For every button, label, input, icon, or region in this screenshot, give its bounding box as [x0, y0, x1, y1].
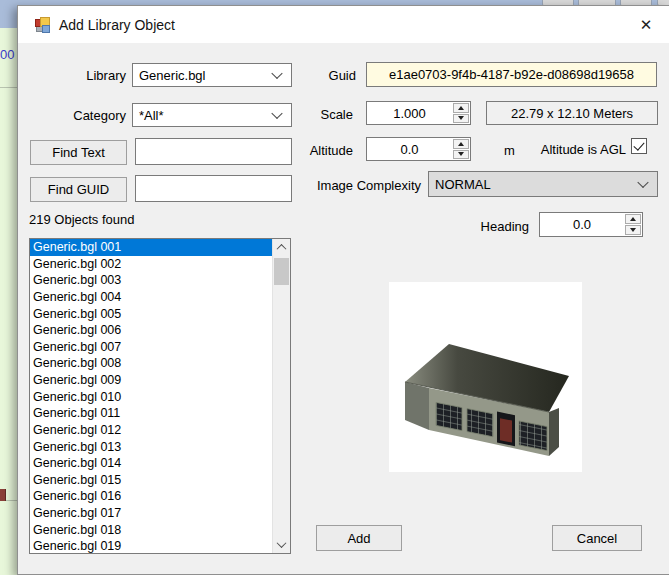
altitude-unit-label: m [504, 143, 515, 158]
chevron-down-icon [271, 108, 282, 119]
background-map-object [0, 489, 6, 501]
dialog-title: Add Library Object [59, 17, 175, 33]
list-item[interactable]: Generic.bgl 010 [30, 389, 273, 406]
scale-stepper[interactable]: 1.000 [366, 101, 471, 125]
category-dropdown[interactable]: *All* [132, 103, 292, 127]
altitude-stepper[interactable]: 0.0 [366, 137, 471, 161]
list-item[interactable]: Generic.bgl 002 [30, 256, 273, 273]
list-item[interactable]: Generic.bgl 012 [30, 422, 273, 439]
scrollbar-thumb[interactable] [274, 258, 289, 285]
find-guid-input[interactable] [135, 175, 292, 202]
find-text-input[interactable] [135, 138, 292, 165]
scroll-up-icon[interactable] [273, 239, 290, 256]
list-item[interactable]: Generic.bgl 016 [30, 488, 273, 505]
scale-up-button[interactable] [453, 103, 469, 113]
list-item[interactable]: Generic.bgl 013 [30, 439, 273, 456]
heading-up-button[interactable] [625, 214, 641, 224]
objects-found-label: 219 Objects found [29, 212, 135, 227]
list-item[interactable]: Generic.bgl 009 [30, 372, 273, 389]
find-guid-button[interactable]: Find GUID [30, 177, 127, 202]
object-preview-image [389, 282, 582, 472]
list-item[interactable]: Generic.bgl 007 [30, 339, 273, 356]
scale-value: 1.000 [367, 106, 452, 121]
list-item[interactable]: Generic.bgl 015 [30, 472, 273, 489]
image-complexity-label: Image Complexity [306, 178, 421, 193]
category-value: *All* [139, 108, 164, 123]
guid-label: Guid [321, 68, 356, 83]
background-grid-line [0, 87, 17, 88]
list-item[interactable]: Generic.bgl 003 [30, 272, 273, 289]
heading-down-button[interactable] [625, 225, 641, 235]
chevron-down-icon [637, 177, 648, 188]
list-item[interactable]: Generic.bgl 017 [30, 505, 273, 522]
heading-value: 0.0 [540, 217, 624, 232]
object-list: Generic.bgl 001Generic.bgl 002Generic.bg… [30, 239, 273, 553]
list-scrollbar[interactable] [272, 239, 290, 553]
guid-field: e1ae0703-9f4b-4187-b92e-d08698d19658 [366, 62, 657, 87]
library-label: Library [41, 68, 126, 83]
find-text-button[interactable]: Find Text [30, 140, 127, 165]
agl-label: Altitude is AGL [521, 142, 626, 157]
list-item[interactable]: Generic.bgl 018 [30, 522, 273, 539]
image-complexity-value: NORMAL [435, 177, 491, 192]
scale-label: Scale [311, 107, 353, 122]
add-button[interactable]: Add [316, 525, 402, 551]
close-icon[interactable]: ✕ [631, 11, 661, 38]
list-item[interactable]: Generic.bgl 019 [30, 538, 273, 553]
background-panel-strip [0, 0, 17, 28]
check-icon [633, 139, 644, 150]
list-item[interactable]: Generic.bgl 008 [30, 355, 273, 372]
object-size-display: 22.79 x 12.10 Meters [486, 101, 658, 125]
library-object-icon [35, 17, 50, 32]
heading-label: Heading [471, 219, 529, 234]
category-label: Category [41, 108, 126, 123]
list-item[interactable]: Generic.bgl 004 [30, 289, 273, 306]
list-item[interactable]: Generic.bgl 001 [30, 239, 273, 256]
altitude-label: Altitude [301, 143, 353, 158]
list-item[interactable]: Generic.bgl 011 [30, 405, 273, 422]
chevron-down-icon [271, 68, 282, 79]
list-item[interactable]: Generic.bgl 005 [30, 306, 273, 323]
list-item[interactable]: Generic.bgl 014 [30, 455, 273, 472]
agl-checkbox[interactable] [631, 138, 647, 154]
list-item[interactable]: Generic.bgl 006 [30, 322, 273, 339]
image-complexity-dropdown[interactable]: NORMAL [428, 171, 658, 197]
background-grid-label: 00 [0, 47, 16, 62]
warehouse-render [389, 282, 582, 472]
altitude-down-button[interactable] [453, 150, 469, 160]
heading-stepper[interactable]: 0.0 [539, 212, 643, 237]
object-listbox: Generic.bgl 001Generic.bgl 002Generic.bg… [29, 238, 291, 554]
titlebar[interactable]: Add Library Object ✕ [18, 6, 669, 43]
altitude-value: 0.0 [367, 142, 452, 157]
add-library-object-dialog: Add Library Object ✕ Library Generic.bgl… [17, 5, 669, 575]
scroll-down-icon[interactable] [273, 536, 290, 553]
library-dropdown[interactable]: Generic.bgl [132, 63, 292, 87]
altitude-up-button[interactable] [453, 139, 469, 149]
cancel-button[interactable]: Cancel [552, 525, 642, 551]
scale-down-button[interactable] [453, 114, 469, 124]
library-value: Generic.bgl [139, 68, 205, 83]
screen: 00 Add Library Object ✕ Library Generic.… [0, 0, 669, 575]
